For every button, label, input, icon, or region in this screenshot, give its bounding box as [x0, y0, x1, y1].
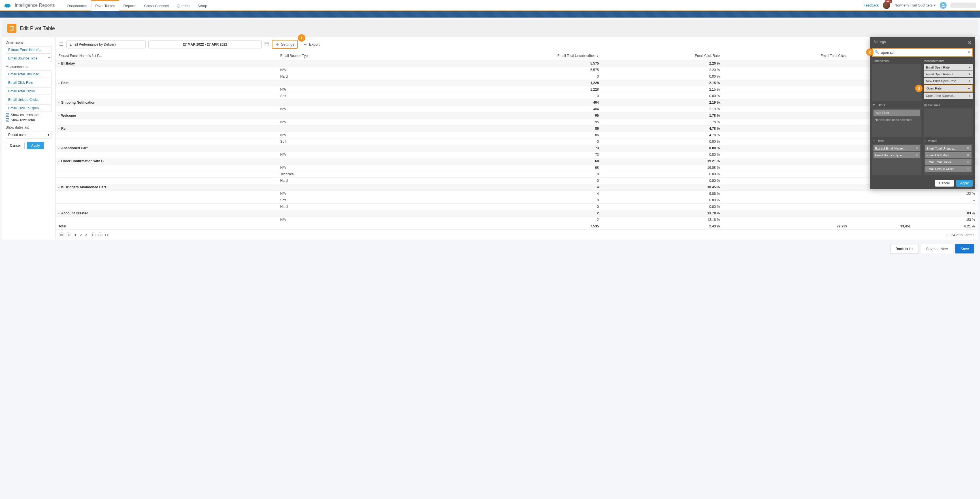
- svg-rect-13: [873, 141, 875, 142]
- date-range-picker[interactable]: 27 MAR 2022 - 27 APR 2022: [148, 40, 262, 48]
- measurement-option[interactable]: Open Rate (Opens/...+: [924, 92, 973, 99]
- sidebar-apply-button[interactable]: Apply: [27, 142, 44, 149]
- remove-icon[interactable]: ✕: [966, 153, 970, 157]
- export-button[interactable]: Export: [301, 40, 323, 48]
- value-tag[interactable]: Email Click Rate✕: [925, 152, 972, 158]
- calendar-icon[interactable]: [264, 41, 269, 47]
- table-row[interactable]: N/A4042.19 %.51 %: [56, 106, 978, 113]
- table-row[interactable]: N/A1,2282.15 %.45 %: [56, 86, 978, 93]
- sp-rows-box[interactable]: Extract Email Name...✕Email Bounce Type✕: [872, 144, 921, 175]
- dimension-chip[interactable]: Email Bounce Type: [6, 55, 52, 62]
- row-tag[interactable]: Extract Email Name...✕: [873, 145, 920, 151]
- nav-tab-dashboards[interactable]: Dashboards: [63, 0, 91, 11]
- measurement-chip[interactable]: Email Unique Clicks: [6, 96, 52, 103]
- table-row[interactable]: Technical00.00 %--: [56, 171, 978, 178]
- value-tag[interactable]: Email Total Clicks✕: [925, 159, 972, 165]
- pager-prev-icon[interactable]: ◀: [66, 232, 71, 237]
- table-row[interactable]: Soft00.00 %--: [56, 93, 978, 99]
- table-row[interactable]: N/A213.16 %.83 %: [56, 217, 978, 223]
- column-header[interactable]: Email Click Rate: [601, 52, 722, 60]
- settings-apply-button[interactable]: Apply: [956, 180, 973, 187]
- back-to-list-button[interactable]: Back to list: [890, 244, 919, 253]
- measurement-chip[interactable]: Email Click Rate: [6, 79, 52, 86]
- sp-columns-box[interactable]: [924, 108, 973, 137]
- show-columns-total-checkbox[interactable]: Show columns total: [6, 113, 52, 117]
- add-filter-button[interactable]: Add Filter+: [873, 110, 920, 116]
- remove-icon[interactable]: ✕: [915, 146, 918, 150]
- org-selector[interactable]: Northern Trail Outfitters ▾: [894, 3, 936, 7]
- measurement-chip[interactable]: Email Total Unsubsc...: [6, 70, 52, 78]
- table-row[interactable]: Hard00.00 %--: [56, 203, 978, 210]
- remove-icon[interactable]: ✕: [966, 160, 970, 164]
- clear-search-icon[interactable]: ✕: [967, 50, 970, 54]
- table-row[interactable]: Abandoned Cart730.80 %.47 %: [56, 145, 978, 151]
- pager-pause-icon[interactable]: ❚❚: [104, 232, 109, 237]
- measurement-option[interactable]: Email Open Rate- K...+: [924, 71, 973, 77]
- table-row[interactable]: Hard00.00 %--: [56, 73, 978, 80]
- feedback-link[interactable]: Feedback: [864, 3, 878, 7]
- show-rows-total-checkbox[interactable]: Show rows total: [6, 118, 52, 122]
- table-row[interactable]: Order Confirmation with B...6819.21 %.67…: [56, 158, 978, 165]
- settings-button[interactable]: Settings: [272, 40, 298, 49]
- pager-last-icon[interactable]: ⏭: [97, 232, 103, 237]
- table-row[interactable]: N/A49.86 %.22 %: [56, 191, 978, 197]
- settings-search-input[interactable]: [872, 48, 973, 57]
- nav-tab-cross-channel[interactable]: Cross-Channel: [140, 0, 173, 11]
- save-as-new-button[interactable]: Save as New: [921, 244, 953, 253]
- settings-cancel-button[interactable]: Cancel: [935, 180, 954, 187]
- user-avatar-icon[interactable]: [940, 2, 947, 9]
- table-row[interactable]: N/A6816.88 %.67 %: [56, 165, 978, 171]
- table-row[interactable]: N/A864.78 %.94 %: [56, 132, 978, 138]
- measurement-chip[interactable]: Email Click To Open ...: [6, 105, 52, 112]
- pager-next-icon[interactable]: ▶: [91, 232, 96, 237]
- column-header[interactable]: Email Bounce Type: [278, 52, 415, 60]
- pager-page[interactable]: 1: [73, 233, 78, 237]
- pager-first-icon[interactable]: ⏮: [59, 232, 64, 237]
- measurement-option[interactable]: Open Rate+: [924, 85, 973, 92]
- column-header[interactable]: Email Total Unsubscribes▼: [415, 52, 601, 60]
- report-name-input[interactable]: Email Performance by Delivery: [66, 40, 146, 48]
- column-header[interactable]: Email Total Clicks: [722, 52, 850, 60]
- table-row[interactable]: N/A5,5752.20 %.56 %: [56, 67, 978, 73]
- sp-values-box[interactable]: Email Total Unsubs...✕Email Click Rate✕E…: [924, 144, 973, 175]
- list-toggle-icon[interactable]: [58, 41, 64, 47]
- remove-icon[interactable]: ✕: [966, 146, 970, 150]
- table-row[interactable]: Hard00.00 %--: [56, 178, 978, 184]
- pager-page[interactable]: 3: [83, 233, 89, 237]
- measurement-option[interactable]: Email Open Rate+: [924, 64, 973, 70]
- save-button[interactable]: Save: [955, 244, 974, 253]
- table-row[interactable]: Shipping Notification4042.19 %.51 %: [56, 99, 978, 106]
- pivot-table[interactable]: Extract Email Name's 1st P...Email Bounc…: [56, 52, 978, 230]
- nav-tab-pivot-tables[interactable]: Pivot Tables: [91, 0, 119, 11]
- table-row[interactable]: IS Triggers Abandoned Cart...410.45 %.22…: [56, 184, 978, 191]
- pager-page[interactable]: 2: [78, 233, 83, 237]
- nav-tab-reports[interactable]: Reports: [119, 0, 140, 11]
- remove-icon[interactable]: ✕: [915, 153, 918, 157]
- table-row[interactable]: Post1,2282.15 %.45 %: [56, 80, 978, 86]
- notifications-icon[interactable]: 99+: [883, 2, 891, 10]
- row-tag[interactable]: Email Bounce Type✕: [873, 152, 920, 158]
- nav-tab-setup[interactable]: Setup: [193, 0, 211, 11]
- measurement-chip[interactable]: Email Total Clicks: [6, 87, 52, 95]
- table-row[interactable]: Account Created213.70 %.83 %: [56, 210, 978, 217]
- table-row[interactable]: N/A730.80 %.47 %: [56, 151, 978, 158]
- column-header[interactable]: Extract Email Name's 1st P...: [56, 52, 278, 60]
- table-row[interactable]: Welcome951.78 %.60 %: [56, 113, 978, 119]
- table-row[interactable]: Birthday5,5752.20 %.56 %: [56, 60, 978, 67]
- nav-tab-queries[interactable]: Queries: [173, 0, 194, 11]
- dimension-chip[interactable]: Extract Email Name'...: [6, 46, 52, 54]
- value-tag[interactable]: Email Unique Clicks✕: [925, 166, 972, 172]
- svg-point-0: [942, 4, 944, 5]
- remove-icon[interactable]: ✕: [966, 167, 970, 170]
- value-tag[interactable]: Email Total Unsubs...✕: [925, 145, 972, 151]
- sp-dimensions-list: [872, 64, 921, 101]
- table-row[interactable]: Re864.78 %.94 %: [56, 126, 978, 132]
- settings-close-icon[interactable]: ✕: [968, 40, 972, 45]
- table-row[interactable]: Soft00.00 %--: [56, 138, 978, 145]
- salesforce-logo-icon: [2, 0, 13, 11]
- show-dates-select[interactable]: Period name ▾: [6, 131, 52, 138]
- measurement-option[interactable]: New Push Open Rate+: [924, 78, 973, 84]
- table-row[interactable]: N/A951.78 %.60 %: [56, 119, 978, 126]
- table-row[interactable]: Soft00.00 %--: [56, 197, 978, 203]
- sidebar-cancel-button[interactable]: Cancel: [6, 142, 25, 149]
